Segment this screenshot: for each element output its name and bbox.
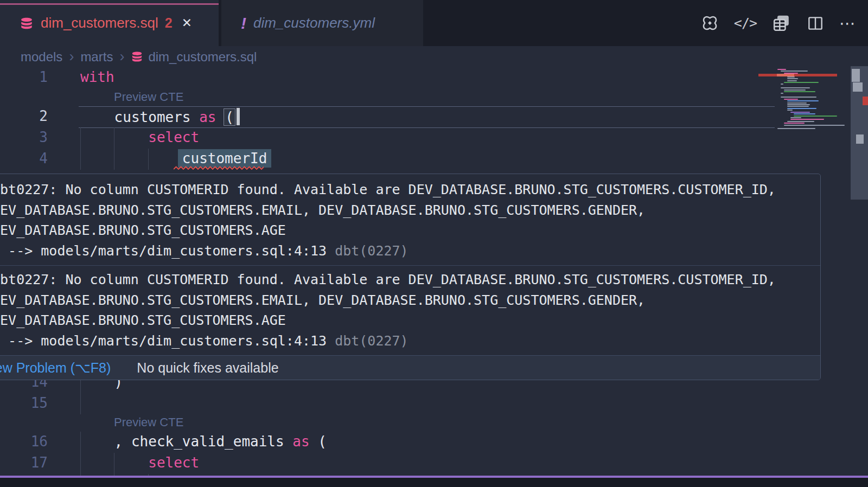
compile-code-icon[interactable]: </> [734,15,757,31]
minimap-code-row [790,112,810,113]
error-message-line: dbt0227: No column CUSTOMERID found. Ava… [0,270,813,290]
editor-window: dim_customers.sql 2 ✕ ! dim_customers.ym… [0,0,868,487]
hover-status-bar: View Problem (⌥F8) No quick fixes availa… [0,355,820,380]
minimap-code-row [777,128,815,129]
minimap-code-row [784,125,845,126]
minimap-code-row [781,93,783,94]
scrollbar-decoration [852,69,860,82]
minimap-code-row [781,84,783,85]
bracket-match: ( [224,108,235,126]
line-number: 15 [0,395,48,411]
minimap-code-row [790,119,824,120]
panel-sash[interactable] [0,476,868,478]
minimap-code-row [777,69,786,70]
minimap-code-row [787,100,819,101]
code-text: select [80,454,199,471]
error-message-line: dbt0227: No column CUSTOMERID found. Ava… [0,180,813,200]
minimap-code-row [784,91,815,92]
text-cursor [237,108,240,125]
dbt-power-user-icon[interactable] [700,14,719,33]
scrollbar-decoration [856,134,864,144]
tab-bar: dim_customers.sql 2 ✕ ! dim_customers.ym… [0,0,868,46]
line-number: 17 [0,454,48,471]
code-line[interactable]: 17 select [0,453,868,474]
view-problem-link[interactable]: View Problem (⌥F8) [0,360,111,376]
error-message-line: DEV_DATABASE.BRUNO.STG_CUSTOMERS.EMAIL, … [0,200,813,221]
minimap-code-row [787,78,798,79]
error-message-line: DEV_DATABASE.BRUNO.STG_CUSTOMERS.AGE [0,220,813,241]
minimap-code-row [787,108,816,109]
minimap-code-row [787,110,793,111]
line-number: 1 [0,69,48,85]
line-number: 4 [0,150,48,166]
scrollbar[interactable] [851,46,868,476]
chevron-right-icon: › [69,48,74,65]
error-token-customerid: customerId [178,149,272,168]
breadcrumb-models[interactable]: models [21,49,62,65]
tab-label: dim_customers.sql [41,15,158,31]
error-squiggle [174,166,264,170]
code-line[interactable]: 3 select [0,127,868,149]
code-text: customerId [80,150,267,166]
code-line[interactable]: 4 customerId [0,149,868,170]
line-number: 2 [0,108,48,124]
minimap-code-row [784,89,806,91]
codelens-row: Preview CTE [0,414,868,432]
minimap-code-row [787,76,795,78]
code-line[interactable]: 2 customers as ( [0,106,868,127]
editor-actions: </> ⋯ [700,0,856,46]
indent-guide [80,393,81,414]
minimap-code-row [781,71,808,72]
code-line[interactable]: 1with [0,67,868,88]
split-editor-icon[interactable] [806,14,825,33]
minimap-code-row [784,99,798,100]
minimap-code-row [787,121,814,122]
error-hover-popup: dbt0227: No column CUSTOMERID found. Ava… [0,174,821,380]
tab-problem-badge: 2 [165,15,173,31]
scrollbar-decoration [853,82,863,92]
quick-fix-hint: No quick fixes available [137,360,278,376]
error-message-block: dbt0227: No column CUSTOMERID found. Ava… [0,266,820,355]
minimap-code-row [784,82,819,83]
database-icon [131,50,143,63]
query-results-icon[interactable] [771,13,792,33]
code-line[interactable]: 16 , check_valid_emails as ( [0,432,868,453]
breadcrumb: models › marts › dim_customers.sql [21,46,257,67]
code-line[interactable]: 15 [0,393,868,414]
codelens-preview-cte[interactable]: Preview CTE [114,90,183,104]
panel-edge [0,478,868,487]
minimap-code-row [794,113,815,114]
error-code: dbt(0227) [327,243,409,259]
error-message-block: dbt0227: No column CUSTOMERID found. Ava… [0,174,820,265]
tab-dim-customers-sql[interactable]: dim_customers.sql 2 ✕ [0,0,219,46]
database-icon [20,16,34,30]
error-message-line: DEV_DATABASE.BRUNO.STG_CUSTOMERS.AGE [0,310,813,331]
close-icon[interactable]: ✕ [182,16,192,30]
tab-dim-customers-yml[interactable]: ! dim_customers.yml [221,0,423,46]
minimap-code-row [790,117,801,118]
minimap-error-line [758,74,837,76]
breadcrumb-file[interactable]: dim_customers.sql [131,49,257,65]
scrollbar-error-mark [863,97,868,105]
chevron-right-icon: › [119,48,124,65]
code-text: , check_valid_emails as ( [80,433,327,450]
code-text: select [80,129,199,145]
minimap-code-row [787,104,810,105]
minimap-code-row [794,116,837,117]
minimap-code-row [787,102,807,104]
minimap-code-row [784,123,805,124]
line-number: 16 [0,433,48,450]
minimap-code-row [787,106,809,107]
tab-label: dim_customers.yml [253,15,375,31]
minimap-code-row [787,80,797,81]
error-location-line: --> models/marts/dim_customers.sql:4:13 … [0,241,813,261]
codelens-preview-cte[interactable]: Preview CTE [114,415,183,430]
more-actions-icon[interactable]: ⋯ [839,14,856,33]
minimap-code-row [781,97,816,98]
error-message-line: DEV_DATABASE.BRUNO.STG_CUSTOMERS.EMAIL, … [0,290,813,311]
code-text: with [80,69,114,85]
warning-icon: ! [241,14,246,33]
line-number: 3 [0,129,48,145]
breadcrumb-marts[interactable]: marts [80,49,113,65]
minimap-code-row [781,87,810,88]
